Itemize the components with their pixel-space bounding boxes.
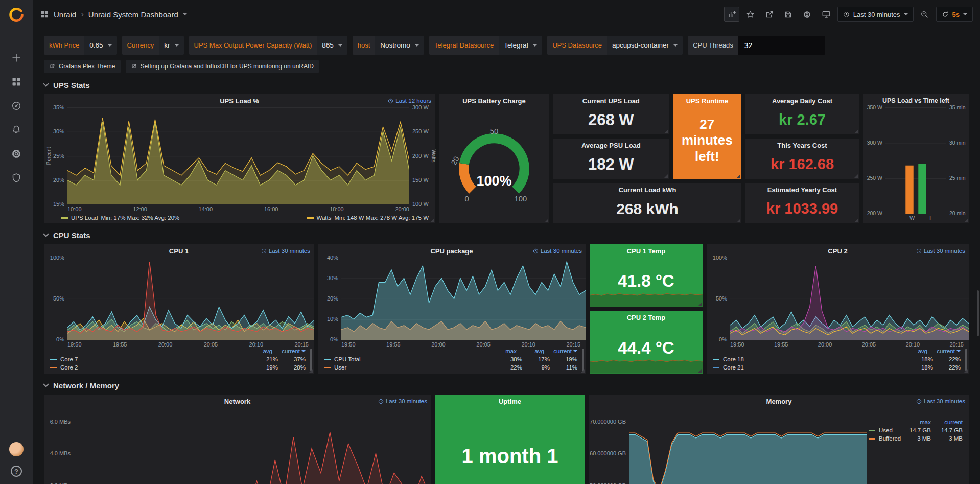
legend-row: Used 14.7 GB 14.7 GB: [869, 427, 963, 433]
external-link-icon: [49, 63, 55, 70]
user-avatar[interactable]: [9, 442, 24, 456]
series-name[interactable]: Core 18: [723, 356, 905, 362]
cpu-threads-input[interactable]: 32: [738, 36, 825, 55]
series-name[interactable]: Core 2: [60, 364, 250, 371]
ups-load-chart[interactable]: [67, 107, 409, 204]
variable-ups-max-power[interactable]: UPS Max Output Power Capacity (Watt) 865: [189, 36, 347, 55]
legend-row: User 22% 9% 11%: [324, 364, 577, 371]
zoom-out-button[interactable]: [917, 7, 932, 22]
cpu1-chart[interactable]: [67, 258, 314, 340]
grafana-logo-icon[interactable]: [9, 7, 24, 24]
panel-title[interactable]: Average Daily Cost: [745, 94, 859, 107]
alerting-bell-icon[interactable]: [11, 125, 21, 135]
dashboard-dropdown-caret[interactable]: [183, 13, 187, 15]
panel-title[interactable]: UPS Battery Charge: [439, 94, 549, 107]
create-plus-icon[interactable]: [11, 53, 21, 63]
settings-gear-button[interactable]: [800, 7, 815, 22]
row-header-cpu-stats[interactable]: CPU Stats: [44, 223, 969, 244]
admin-shield-icon[interactable]: [11, 173, 21, 183]
dashboard-title[interactable]: Unraid System Dashboard: [88, 10, 178, 19]
legend-header-avg[interactable]: avg: [517, 348, 544, 354]
legend-row: Buffered 3 MB 3 MB: [869, 435, 963, 442]
row-header-network-memory[interactable]: Network / Memory: [44, 374, 969, 395]
cycle-view-monitor-button[interactable]: [819, 7, 834, 22]
y-axis-title-right: Watts: [431, 149, 436, 162]
battery-gauge: 50 0 100 20 100%: [439, 107, 549, 223]
panel-time-override: Last 30 minutes: [916, 244, 965, 258]
legend-scrollbar[interactable]: [582, 349, 584, 371]
page-scrollbar[interactable]: [977, 290, 979, 336]
help-icon[interactable]: ?: [11, 466, 22, 477]
series-name[interactable]: Core 7: [60, 356, 250, 362]
legend-header-avg[interactable]: avg: [245, 348, 272, 354]
panel-current-load-kwh: Current Load kWh 268 kWh: [553, 183, 741, 223]
load-vs-time-chart[interactable]: [885, 107, 946, 214]
refresh-button[interactable]: 5s: [936, 7, 973, 22]
panel-title[interactable]: Network Last 30 minutes: [44, 395, 431, 408]
series-name[interactable]: User: [334, 364, 495, 371]
series-name[interactable]: CPU Total: [334, 356, 495, 362]
star-button[interactable]: [743, 7, 758, 22]
variable-telegraf-datasource[interactable]: Telegraf Datasource Telegraf: [429, 36, 542, 55]
memory-chart[interactable]: [629, 408, 867, 484]
stat-value: 268 kWh: [553, 196, 741, 223]
legend-header-avg[interactable]: avg: [900, 348, 927, 354]
panel-title[interactable]: Memory Last 30 minutes: [589, 395, 969, 408]
external-link-icon: [131, 63, 137, 70]
cpu-package-chart[interactable]: [341, 258, 586, 340]
apps-grid-icon[interactable]: [40, 10, 49, 19]
panel-title[interactable]: CPU 2 Temp: [590, 311, 703, 325]
row-header-ups-stats[interactable]: UPS Stats: [44, 73, 969, 94]
variable-ups-datasource[interactable]: UPS Datasource apcupsd-container: [547, 36, 683, 55]
panel-cpu2-temp: CPU 2 Temp 44.4 °C: [590, 311, 703, 374]
legend-header-max[interactable]: max: [489, 348, 517, 354]
series-swatch: [61, 217, 68, 219]
link-ups-monitoring-guide[interactable]: Setting up Grafana and InfluxDB for UPS …: [126, 60, 319, 73]
y-axis-right: 35 min 30 min 25 min 20 min: [946, 105, 969, 216]
panel-title[interactable]: UPS Load % Last 12 hours: [44, 94, 435, 107]
dashboards-icon[interactable]: [11, 77, 21, 87]
network-chart[interactable]: [74, 408, 431, 484]
panel-title[interactable]: This Years Cost: [745, 139, 859, 152]
panel-title[interactable]: Estimated Yearly Cost: [745, 183, 859, 196]
series-name[interactable]: Core 21: [723, 364, 905, 371]
legend-header-current[interactable]: current: [272, 348, 300, 354]
legend-scrollbar[interactable]: [965, 349, 967, 371]
y-axis-title-left: Percent: [46, 147, 52, 165]
legend-scrollbar[interactable]: [310, 349, 312, 371]
panel-title[interactable]: Uptime: [435, 395, 585, 408]
add-panel-button[interactable]: [724, 7, 739, 22]
legend-header-current[interactable]: current: [544, 348, 572, 354]
explore-compass-icon[interactable]: [11, 101, 21, 111]
breadcrumb-separator: ›: [81, 9, 84, 19]
panel-title[interactable]: Average PSU Load: [553, 139, 669, 152]
panel-title[interactable]: UPS Runtime: [673, 94, 741, 107]
variable-kwh-price[interactable]: kWh Price 0.65: [44, 36, 117, 55]
clock-icon: [916, 399, 922, 404]
configuration-gear-icon[interactable]: [11, 149, 21, 159]
series-name[interactable]: Watts: [317, 215, 332, 221]
panel-average-daily-cost: Average Daily Cost kr 2.67: [745, 94, 859, 134]
panel-title[interactable]: CPU 2 Last 30 minutes: [707, 244, 969, 258]
panel-title[interactable]: CPU 1 Last 30 minutes: [44, 244, 314, 258]
time-range-picker[interactable]: Last 30 minutes: [837, 7, 914, 22]
legend-header-max[interactable]: max: [903, 419, 931, 425]
panel-title[interactable]: CPU package Last 30 minutes: [318, 244, 586, 258]
breadcrumb-app[interactable]: Unraid: [54, 10, 76, 19]
panel-title[interactable]: Current Load kWh: [553, 183, 741, 196]
series-name[interactable]: UPS Load: [71, 215, 98, 221]
chevron-down-icon: [43, 231, 49, 237]
cpu2-temp-sparkline: [590, 352, 703, 374]
cpu2-chart[interactable]: [730, 258, 969, 340]
save-button[interactable]: [781, 7, 796, 22]
legend-header-current[interactable]: current: [931, 419, 963, 425]
variable-currency[interactable]: Currency kr: [122, 36, 184, 55]
legend-header-current[interactable]: current: [927, 348, 955, 354]
variable-host[interactable]: host Nostromo: [353, 36, 424, 55]
panel-title[interactable]: CPU 1 Temp: [590, 244, 703, 258]
link-grafana-plex-theme[interactable]: Grafana Plex Theme: [44, 60, 121, 73]
panel-title[interactable]: Current UPS Load: [553, 94, 669, 107]
share-button[interactable]: [762, 7, 777, 22]
series-name[interactable]: Used: [879, 427, 903, 433]
series-name[interactable]: Buffered: [879, 435, 903, 442]
